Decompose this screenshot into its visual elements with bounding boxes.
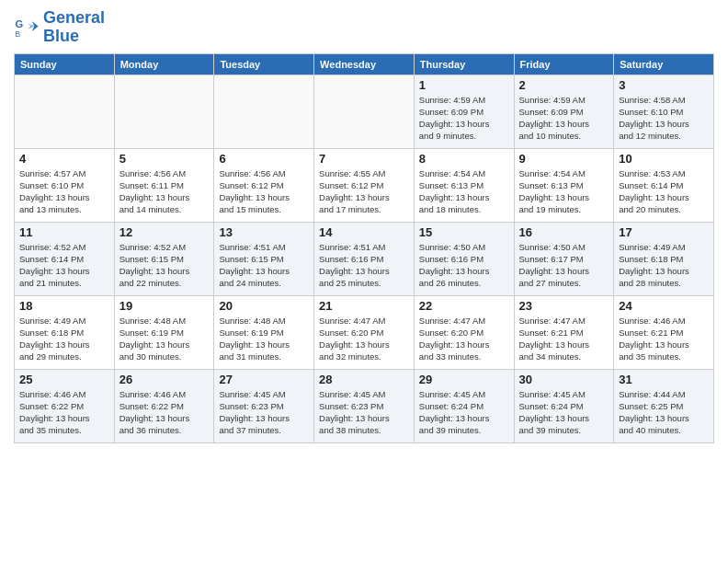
day-number: 10: [619, 152, 709, 166]
calendar-week-3: 11Sunrise: 4:52 AM Sunset: 6:14 PM Dayli…: [15, 222, 714, 295]
day-info: Sunrise: 4:55 AM Sunset: 6:12 PM Dayligh…: [319, 167, 409, 216]
day-info: Sunrise: 4:56 AM Sunset: 6:11 PM Dayligh…: [119, 167, 210, 216]
calendar-cell: 7Sunrise: 4:55 AM Sunset: 6:12 PM Daylig…: [314, 148, 415, 222]
calendar-cell: 12Sunrise: 4:52 AM Sunset: 6:15 PM Dayli…: [114, 222, 214, 295]
day-info: Sunrise: 4:50 AM Sunset: 6:17 PM Dayligh…: [519, 241, 609, 290]
day-number: 1: [419, 78, 509, 92]
svg-text:B: B: [15, 29, 20, 39]
calendar-cell: [314, 75, 415, 148]
day-info: Sunrise: 4:52 AM Sunset: 6:14 PM Dayligh…: [19, 241, 109, 290]
day-info: Sunrise: 4:46 AM Sunset: 6:22 PM Dayligh…: [19, 388, 109, 437]
day-info: Sunrise: 4:46 AM Sunset: 6:21 PM Dayligh…: [619, 315, 709, 363]
day-number: 21: [319, 299, 409, 313]
day-info: Sunrise: 4:59 AM Sunset: 6:09 PM Dayligh…: [519, 94, 609, 143]
calendar-cell: 13Sunrise: 4:51 AM Sunset: 6:15 PM Dayli…: [214, 222, 314, 295]
col-header-monday: Monday: [114, 53, 214, 75]
col-header-sunday: Sunday: [15, 53, 115, 75]
calendar-cell: 28Sunrise: 4:45 AM Sunset: 6:23 PM Dayli…: [314, 369, 415, 442]
day-info: Sunrise: 4:48 AM Sunset: 6:19 PM Dayligh…: [119, 315, 210, 363]
calendar-header-row: SundayMondayTuesdayWednesdayThursdayFrid…: [15, 53, 714, 75]
day-info: Sunrise: 4:49 AM Sunset: 6:18 PM Dayligh…: [19, 315, 109, 363]
day-info: Sunrise: 4:54 AM Sunset: 6:13 PM Dayligh…: [519, 167, 609, 216]
day-info: Sunrise: 4:59 AM Sunset: 6:09 PM Dayligh…: [419, 94, 509, 143]
day-number: 27: [219, 373, 309, 386]
calendar-week-5: 25Sunrise: 4:46 AM Sunset: 6:22 PM Dayli…: [15, 369, 714, 442]
day-info: Sunrise: 4:45 AM Sunset: 6:24 PM Dayligh…: [519, 388, 609, 437]
day-number: 26: [119, 373, 210, 386]
calendar-cell: 1Sunrise: 4:59 AM Sunset: 6:09 PM Daylig…: [414, 75, 514, 148]
day-info: Sunrise: 4:53 AM Sunset: 6:14 PM Dayligh…: [619, 167, 709, 216]
day-info: Sunrise: 4:51 AM Sunset: 6:15 PM Dayligh…: [219, 241, 309, 290]
calendar-cell: [114, 75, 214, 148]
logo: G B General Blue: [14, 9, 105, 46]
calendar-cell: 31Sunrise: 4:44 AM Sunset: 6:25 PM Dayli…: [614, 369, 714, 442]
calendar-cell: 8Sunrise: 4:54 AM Sunset: 6:13 PM Daylig…: [414, 148, 514, 222]
day-number: 12: [119, 225, 210, 239]
col-header-saturday: Saturday: [614, 53, 714, 75]
day-info: Sunrise: 4:47 AM Sunset: 6:20 PM Dayligh…: [319, 315, 409, 363]
calendar-cell: 15Sunrise: 4:50 AM Sunset: 6:16 PM Dayli…: [414, 222, 514, 295]
day-number: 15: [419, 225, 509, 239]
day-info: Sunrise: 4:47 AM Sunset: 6:21 PM Dayligh…: [519, 315, 609, 363]
day-info: Sunrise: 4:50 AM Sunset: 6:16 PM Dayligh…: [419, 241, 509, 290]
day-number: 8: [419, 152, 509, 166]
calendar-cell: 23Sunrise: 4:47 AM Sunset: 6:21 PM Dayli…: [514, 295, 614, 369]
day-info: Sunrise: 4:57 AM Sunset: 6:10 PM Dayligh…: [19, 167, 109, 216]
day-number: 30: [519, 373, 609, 386]
calendar-cell: 2Sunrise: 4:59 AM Sunset: 6:09 PM Daylig…: [514, 75, 614, 148]
calendar-cell: 17Sunrise: 4:49 AM Sunset: 6:18 PM Dayli…: [614, 222, 714, 295]
day-number: 28: [319, 373, 409, 386]
day-number: 22: [419, 299, 509, 313]
day-number: 18: [19, 299, 109, 313]
day-number: 14: [319, 225, 409, 239]
calendar-cell: 30Sunrise: 4:45 AM Sunset: 6:24 PM Dayli…: [514, 369, 614, 442]
day-info: Sunrise: 4:54 AM Sunset: 6:13 PM Dayligh…: [419, 167, 509, 216]
day-info: Sunrise: 4:47 AM Sunset: 6:20 PM Dayligh…: [419, 315, 509, 363]
day-number: 2: [519, 78, 609, 92]
calendar-cell: 26Sunrise: 4:46 AM Sunset: 6:22 PM Dayli…: [114, 369, 214, 442]
calendar-cell: 27Sunrise: 4:45 AM Sunset: 6:23 PM Dayli…: [214, 369, 314, 442]
day-info: Sunrise: 4:45 AM Sunset: 6:24 PM Dayligh…: [419, 388, 509, 437]
calendar-cell: [15, 75, 115, 148]
calendar-cell: 22Sunrise: 4:47 AM Sunset: 6:20 PM Dayli…: [414, 295, 514, 369]
col-header-friday: Friday: [514, 53, 614, 75]
day-info: Sunrise: 4:56 AM Sunset: 6:12 PM Dayligh…: [219, 167, 309, 216]
calendar-cell: 24Sunrise: 4:46 AM Sunset: 6:21 PM Dayli…: [614, 295, 714, 369]
calendar-week-4: 18Sunrise: 4:49 AM Sunset: 6:18 PM Dayli…: [15, 295, 714, 369]
day-info: Sunrise: 4:44 AM Sunset: 6:25 PM Dayligh…: [619, 388, 709, 437]
day-info: Sunrise: 4:46 AM Sunset: 6:22 PM Dayligh…: [119, 388, 210, 437]
calendar-cell: 5Sunrise: 4:56 AM Sunset: 6:11 PM Daylig…: [114, 148, 214, 222]
day-info: Sunrise: 4:49 AM Sunset: 6:18 PM Dayligh…: [619, 241, 709, 290]
calendar-cell: 19Sunrise: 4:48 AM Sunset: 6:19 PM Dayli…: [114, 295, 214, 369]
day-number: 16: [519, 225, 609, 239]
day-info: Sunrise: 4:45 AM Sunset: 6:23 PM Dayligh…: [219, 388, 309, 437]
day-number: 7: [319, 152, 409, 166]
col-header-tuesday: Tuesday: [214, 53, 314, 75]
calendar-cell: 18Sunrise: 4:49 AM Sunset: 6:18 PM Dayli…: [15, 295, 115, 369]
calendar-cell: 21Sunrise: 4:47 AM Sunset: 6:20 PM Dayli…: [314, 295, 415, 369]
svg-text:G: G: [15, 18, 23, 29]
calendar-cell: 20Sunrise: 4:48 AM Sunset: 6:19 PM Dayli…: [214, 295, 314, 369]
calendar-week-1: 1Sunrise: 4:59 AM Sunset: 6:09 PM Daylig…: [15, 75, 714, 148]
logo-text-line1: General: [43, 9, 105, 28]
day-number: 25: [19, 373, 109, 386]
day-number: 4: [19, 152, 109, 166]
page-header: G B General Blue: [14, 9, 714, 46]
day-number: 24: [619, 299, 709, 313]
day-number: 6: [219, 152, 309, 166]
calendar-cell: 10Sunrise: 4:53 AM Sunset: 6:14 PM Dayli…: [614, 148, 714, 222]
day-info: Sunrise: 4:58 AM Sunset: 6:10 PM Dayligh…: [619, 94, 709, 143]
day-number: 13: [219, 225, 309, 239]
logo-icon: G B: [14, 15, 40, 40]
day-number: 17: [619, 225, 709, 239]
day-number: 9: [519, 152, 609, 166]
col-header-wednesday: Wednesday: [314, 53, 415, 75]
calendar-cell: 6Sunrise: 4:56 AM Sunset: 6:12 PM Daylig…: [214, 148, 314, 222]
day-number: 19: [119, 299, 210, 313]
calendar-cell: 29Sunrise: 4:45 AM Sunset: 6:24 PM Dayli…: [414, 369, 514, 442]
calendar-cell: 25Sunrise: 4:46 AM Sunset: 6:22 PM Dayli…: [15, 369, 115, 442]
calendar-cell: [214, 75, 314, 148]
calendar-cell: 4Sunrise: 4:57 AM Sunset: 6:10 PM Daylig…: [15, 148, 115, 222]
day-number: 11: [19, 225, 109, 239]
calendar-table: SundayMondayTuesdayWednesdayThursdayFrid…: [14, 53, 714, 443]
